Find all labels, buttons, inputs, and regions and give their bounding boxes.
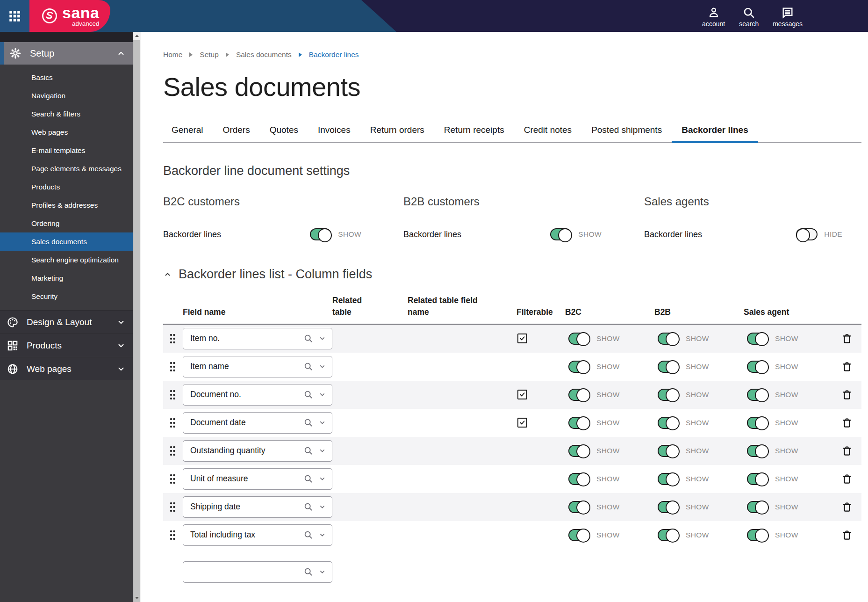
add-field-combobox[interactable] — [183, 561, 332, 583]
field-name-combobox[interactable]: Item no. — [183, 328, 332, 349]
chevron-down-icon[interactable] — [319, 568, 326, 575]
filterable-checkbox[interactable] — [517, 390, 527, 399]
b2c-toggle[interactable] — [568, 389, 590, 401]
search-icon[interactable] — [303, 334, 313, 343]
b2c-toggle[interactable] — [568, 501, 590, 513]
sales-agent-toggle[interactable] — [747, 417, 768, 429]
search-icon[interactable] — [303, 362, 313, 371]
field-name-combobox[interactable]: Item name — [183, 356, 332, 377]
delete-row-button[interactable] — [841, 361, 853, 372]
b2b-toggle[interactable] — [658, 417, 679, 429]
search-icon[interactable] — [303, 530, 313, 540]
filterable-checkbox[interactable] — [517, 334, 527, 343]
chevron-down-icon[interactable] — [319, 391, 326, 398]
delete-row-button[interactable] — [841, 473, 853, 485]
drag-handle[interactable] — [163, 445, 183, 457]
search-icon[interactable] — [303, 418, 313, 428]
filterable-checkbox[interactable] — [517, 418, 527, 428]
b2b-toggle[interactable] — [658, 361, 679, 373]
sales-agent-toggle[interactable] — [747, 529, 768, 541]
b2c-toggle[interactable] — [568, 417, 590, 429]
delete-row-button[interactable] — [841, 501, 853, 513]
drag-handle[interactable] — [163, 389, 183, 401]
drag-handle[interactable] — [163, 361, 183, 373]
chevron-down-icon[interactable] — [319, 363, 326, 370]
breadcrumb-current[interactable]: Backorder lines — [309, 51, 359, 59]
b2b-toggle[interactable] — [658, 445, 679, 457]
b2b-toggle[interactable] — [658, 333, 679, 345]
sales-agent-backorder-toggle[interactable] — [796, 228, 818, 240]
delete-row-button[interactable] — [841, 417, 853, 428]
scrollbar-down-button[interactable] — [133, 594, 141, 602]
chevron-down-icon[interactable] — [319, 475, 326, 482]
b2b-backorder-toggle[interactable] — [550, 228, 572, 240]
drag-handle[interactable] — [163, 501, 183, 513]
breadcrumb-setup[interactable]: Setup — [200, 51, 219, 59]
field-name-combobox[interactable]: Shipping date — [183, 496, 332, 518]
drag-handle[interactable] — [163, 473, 183, 485]
scrollbar-thumb[interactable] — [133, 40, 140, 602]
b2c-toggle[interactable] — [568, 529, 590, 541]
sidebar-section-web-pages[interactable]: Web pages — [0, 357, 133, 380]
sidebar-item-web-pages[interactable]: Web pages — [0, 123, 133, 141]
vertical-scrollbar[interactable] — [133, 32, 141, 602]
breadcrumb-sales-documents[interactable]: Sales documents — [236, 51, 292, 59]
sidebar-item-profiles-addresses[interactable]: Profiles & addresses — [0, 196, 133, 214]
delete-row-button[interactable] — [841, 333, 853, 344]
field-name-combobox[interactable]: Total including tax — [183, 524, 332, 546]
sales-agent-toggle[interactable] — [747, 361, 768, 373]
field-name-combobox[interactable]: Outstanding quantity — [183, 440, 332, 462]
search-icon[interactable] — [303, 474, 313, 484]
sidebar-item-email-templates[interactable]: E-mail templates — [0, 141, 133, 160]
sana-logo[interactable]: sana advanced — [29, 0, 110, 32]
tab-quotes[interactable]: Quotes — [260, 125, 308, 142]
tab-orders[interactable]: Orders — [213, 125, 260, 142]
chevron-down-icon[interactable] — [319, 419, 326, 426]
drag-handle[interactable] — [163, 529, 183, 541]
field-name-combobox[interactable]: Document no. — [183, 384, 332, 406]
drag-handle[interactable] — [163, 333, 183, 345]
sidebar-item-security[interactable]: Security — [0, 287, 133, 305]
apps-menu-button[interactable] — [0, 0, 29, 32]
search-icon[interactable] — [303, 502, 313, 512]
b2b-toggle[interactable] — [658, 529, 679, 541]
tab-invoices[interactable]: Invoices — [308, 125, 360, 142]
sidebar-item-page-elements[interactable]: Page elements & messages — [0, 160, 133, 178]
sidebar-item-seo[interactable]: Search engine optimization — [0, 251, 133, 269]
b2c-backorder-toggle[interactable] — [310, 228, 331, 240]
delete-row-button[interactable] — [841, 529, 853, 541]
tab-return-receipts[interactable]: Return receipts — [434, 125, 514, 142]
b2b-toggle[interactable] — [658, 501, 679, 513]
messages-button[interactable]: messages — [773, 0, 803, 32]
sales-agent-toggle[interactable] — [747, 501, 768, 513]
sidebar-item-search-filters[interactable]: Search & filters — [0, 105, 133, 123]
sales-agent-toggle[interactable] — [747, 473, 768, 485]
b2b-toggle[interactable] — [658, 389, 679, 401]
field-name-combobox[interactable]: Unit of measure — [183, 468, 332, 490]
chevron-down-icon[interactable] — [319, 335, 326, 342]
delete-row-button[interactable] — [841, 445, 853, 457]
scrollbar-up-button[interactable] — [133, 32, 141, 40]
column-fields-collapse-header[interactable]: Backorder lines list - Column fields — [163, 267, 861, 282]
sales-agent-toggle[interactable] — [747, 389, 768, 401]
sidebar-item-navigation[interactable]: Navigation — [0, 87, 133, 105]
drag-handle[interactable] — [163, 417, 183, 429]
tab-general[interactable]: General — [163, 125, 213, 142]
breadcrumb-home[interactable]: Home — [163, 51, 182, 59]
sales-agent-toggle[interactable] — [747, 333, 768, 345]
sidebar-item-products[interactable]: Products — [0, 178, 133, 196]
b2b-toggle[interactable] — [658, 473, 679, 485]
tab-credit-notes[interactable]: Credit notes — [514, 125, 581, 142]
search-icon[interactable] — [303, 567, 313, 577]
chevron-down-icon[interactable] — [319, 503, 326, 510]
search-icon[interactable] — [303, 390, 313, 399]
sidebar-section-setup[interactable]: Setup — [0, 42, 133, 65]
search-button[interactable]: search — [739, 0, 759, 32]
b2c-toggle[interactable] — [568, 333, 590, 345]
tab-posted-shipments[interactable]: Posted shipments — [581, 125, 672, 142]
field-name-combobox[interactable]: Document date — [183, 412, 332, 434]
b2c-toggle[interactable] — [568, 361, 590, 373]
sales-agent-toggle[interactable] — [747, 445, 768, 457]
b2c-toggle[interactable] — [568, 445, 590, 457]
chevron-down-icon[interactable] — [319, 531, 326, 538]
